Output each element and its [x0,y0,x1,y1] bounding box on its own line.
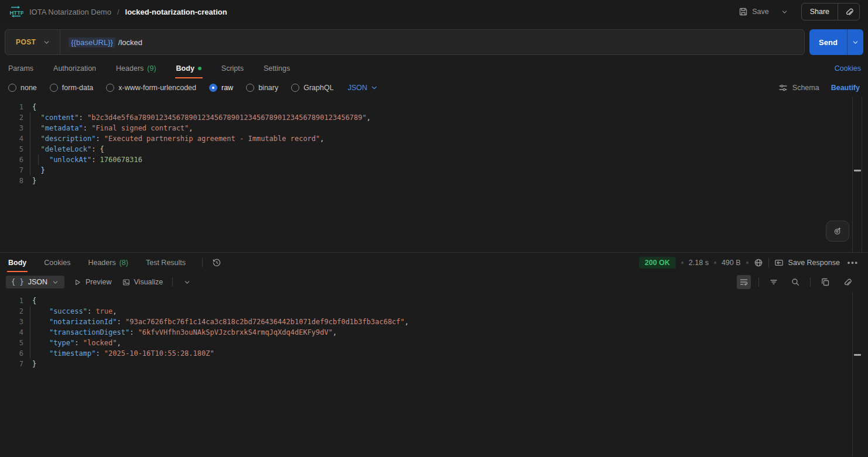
response-history-button[interactable] [210,253,224,272]
braces-icon: { } [11,278,24,286]
beautify-button[interactable]: Beautify [831,84,860,92]
copy-link-button[interactable] [838,4,859,20]
network-globe-icon[interactable] [754,258,763,267]
url-path: /locked [118,38,142,47]
tab-test-results[interactable]: Test Results [145,253,187,272]
request-editor-scrollbar[interactable] [852,97,862,252]
response-toolbar-actions [737,275,862,289]
response-format-button[interactable]: { } JSON [6,276,64,288]
code-text[interactable]: "deleteLock": { [32,144,104,154]
code-text[interactable]: "content": "b2c3d4e5f6a78901234567890123… [32,112,371,123]
meta-divider [768,258,769,267]
toolbar-expand-button[interactable] [181,276,193,289]
response-scrollbar[interactable] [852,292,862,456]
save-button[interactable]: Save [735,4,773,19]
link-button[interactable] [840,275,854,289]
send-button[interactable]: Send [809,29,847,55]
radio-form-data[interactable]: form-data [50,84,94,92]
code-line[interactable]: 5 "deleteLock": { [0,144,868,154]
tab-body[interactable]: Body [175,59,203,78]
share-button[interactable]: Share [802,8,838,16]
copy-icon [821,277,830,287]
visualize-button[interactable]: Visualize [121,276,165,288]
radio-circle [106,84,114,92]
http-request-icon: HTTP [8,5,23,18]
workspace-name[interactable]: IOTA Notarization Demo [29,8,111,16]
request-tabs: Params Authorization Headers (9) Body Sc… [0,59,868,78]
response-time[interactable]: 2.18 s [689,259,709,267]
radio-none[interactable]: none [8,84,37,92]
code-text: "success": true, [32,306,117,317]
code-text: "type": "locked", [32,338,121,348]
radio-graphql[interactable]: GraphQL [291,84,333,92]
wrap-text-button[interactable] [737,275,751,289]
indent-guide [30,123,30,133]
filter-button[interactable] [767,275,781,289]
code-text[interactable]: } [32,176,36,186]
method-selector[interactable]: POST [5,30,60,54]
radio-circle [246,84,254,92]
url-box: POST {{baseURL}} /locked [5,29,805,55]
toolbar-divider [810,277,811,287]
raw-format-selector[interactable]: JSON [348,84,378,92]
postbot-icon [833,226,842,236]
code-text[interactable]: "metadata": "Final signed contract", [32,123,193,133]
tab-body-label: Body [176,64,194,73]
code-line[interactable]: 4 "description": "Executed partnership a… [0,133,868,144]
save-options-button[interactable] [778,5,791,19]
code-line[interactable]: 7 } [0,165,868,176]
more-options-button[interactable]: ••• [845,259,861,267]
send-options-button[interactable] [847,29,863,55]
code-text[interactable]: "unlockAt": 1760678316 [32,154,142,165]
schema-button[interactable]: Schema [778,83,819,92]
code-line[interactable]: 1{ [0,102,868,112]
url-variable-chip[interactable]: {{baseURL}} [69,37,115,47]
save-response-button[interactable]: Save Response [774,258,840,267]
postbot-ai-button[interactable] [826,221,849,242]
tab-scripts[interactable]: Scripts [220,59,245,78]
response-toolbar: { } JSON Preview Visualize [0,272,868,292]
radio-circle [50,84,58,92]
cookies-link[interactable]: Cookies [835,64,861,73]
status-badge[interactable]: 200 OK [639,257,676,269]
line-number: 6 [0,348,23,359]
line-number: 7 [0,165,23,176]
search-icon [791,277,800,287]
code-text[interactable]: } [32,165,45,176]
response-format-label: JSON [28,278,47,286]
radio-binary-label: binary [258,84,278,92]
code-text: } [32,359,36,369]
tab-params[interactable]: Params [7,59,35,78]
url-input[interactable]: {{baseURL}} /locked [60,37,804,47]
tab-response-cookies[interactable]: Cookies [43,253,71,272]
search-button[interactable] [788,275,802,289]
tab-response-body[interactable]: Body [7,253,28,272]
line-number: 4 [0,133,23,144]
history-clock-icon [212,258,221,267]
request-body-editor[interactable]: 1{2 "content": "b2c3d4e5f6a7890123456789… [0,97,868,252]
code-text[interactable]: "description": "Executed partnership agr… [32,133,324,144]
request-code: 1{2 "content": "b2c3d4e5f6a7890123456789… [0,102,868,186]
code-text[interactable]: { [32,102,36,112]
copy-button[interactable] [818,275,832,289]
tab-settings[interactable]: Settings [262,59,291,78]
radio-raw[interactable]: raw [209,84,233,92]
tab-response-headers[interactable]: Headers (8) [87,253,129,272]
radio-none-label: none [20,84,37,92]
tab-headers-label: Headers [116,64,143,73]
radio-x-www-form-urlencoded[interactable]: x-www-form-urlencoded [106,84,196,92]
tab-authorization[interactable]: Authorization [52,59,97,78]
response-size[interactable]: 490 B [722,259,741,267]
radio-binary[interactable]: binary [246,84,278,92]
body-type-bar: none form-data x-www-form-urlencoded raw… [0,78,868,97]
tab-headers[interactable]: Headers (9) [115,59,158,78]
indent-guide [30,154,30,165]
indent-guide [30,348,30,359]
request-name[interactable]: locked-notarization-creation [125,8,227,16]
code-line[interactable]: 2 "content": "b2c3d4e5f6a789012345678901… [0,112,868,123]
code-line[interactable]: 6 "unlockAt": 1760678316 [0,154,868,165]
preview-button[interactable]: Preview [73,276,112,288]
line-number: 3 [0,123,23,133]
code-line[interactable]: 3 "metadata": "Final signed contract", [0,123,868,133]
code-line[interactable]: 8} [0,176,868,186]
